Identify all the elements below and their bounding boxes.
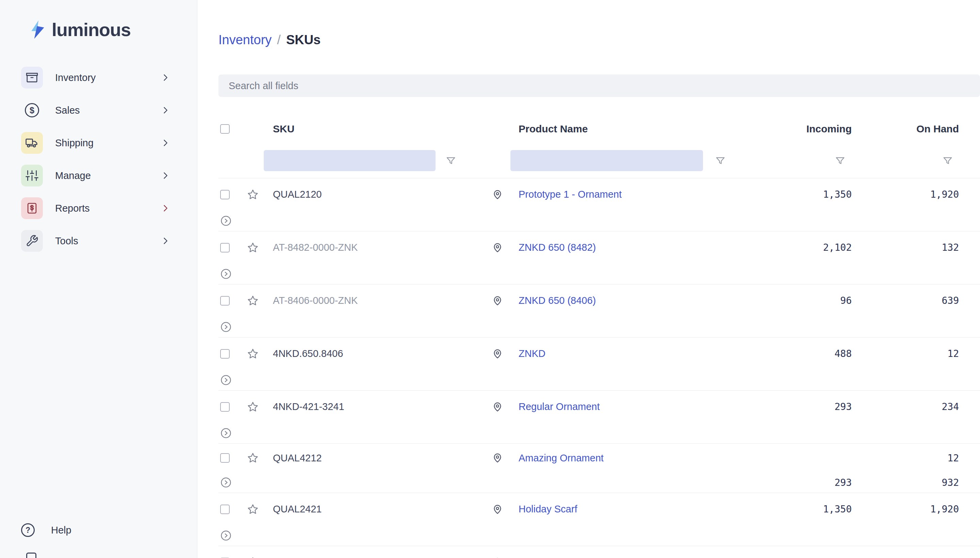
sku-cell: 4NKD.650.8406 bbox=[273, 348, 343, 359]
brand-logo-icon bbox=[29, 20, 46, 39]
sidebar-item-reports[interactable]: Reports bbox=[0, 192, 197, 225]
incoming-cell: 96 bbox=[760, 295, 873, 306]
sidebar-item-sales[interactable]: $ Sales bbox=[0, 94, 197, 126]
expand-row-icon[interactable] bbox=[220, 427, 232, 439]
onhand-cell: 12 bbox=[873, 453, 980, 464]
sku-filter-input[interactable] bbox=[264, 150, 435, 171]
onhand-cell: 132 bbox=[873, 556, 980, 558]
dollar-circle-icon: $ bbox=[21, 99, 43, 121]
star-icon[interactable] bbox=[247, 401, 259, 413]
expand-row-icon[interactable] bbox=[220, 530, 232, 541]
breadcrumb: Inventory / SKUs bbox=[218, 33, 980, 47]
product-link[interactable]: Regular Ornament bbox=[519, 401, 600, 412]
breadcrumb-separator: / bbox=[277, 33, 281, 47]
brand-logo[interactable]: luminous bbox=[0, 0, 197, 40]
star-icon[interactable] bbox=[247, 348, 259, 359]
sidebar-item-shipping[interactable]: Shipping bbox=[0, 126, 197, 159]
star-icon[interactable] bbox=[247, 556, 259, 558]
location-pin-icon bbox=[492, 295, 503, 306]
product-link[interactable]: ZNKD bbox=[519, 348, 545, 359]
sidebar-item-tools[interactable]: Tools bbox=[0, 225, 197, 257]
box-icon bbox=[21, 67, 43, 89]
row-checkbox[interactable] bbox=[220, 505, 230, 514]
location-pin-icon bbox=[492, 242, 503, 253]
sku-cell: AT-8406-0000-ZNK bbox=[273, 295, 358, 306]
sidebar-item-manage[interactable]: Manage bbox=[0, 159, 197, 192]
table-row: QUAL2421 Holiday Scarf 1,350 1,920 bbox=[218, 493, 980, 546]
product-name-filter-icon[interactable] bbox=[715, 156, 726, 166]
table-row: AT-8482-0000-ZNK ZNKD 650 (8482) 2,102 1… bbox=[218, 231, 980, 284]
onhand-cell: 1,920 bbox=[873, 189, 980, 200]
table-row: 4NKD-421-3241 Regular Ornament 293 234 bbox=[218, 391, 980, 444]
product-link[interactable]: Holiday Scarf bbox=[519, 504, 577, 514]
onhand-filter-icon[interactable] bbox=[942, 156, 953, 166]
expand-row-icon[interactable] bbox=[220, 374, 232, 386]
expand-row-icon[interactable] bbox=[220, 215, 232, 226]
incoming-cell: 2,102 bbox=[760, 242, 873, 253]
expand-row-icon[interactable] bbox=[220, 268, 232, 280]
product-link[interactable]: ZNKD 650 (8406) bbox=[519, 295, 596, 306]
product-link[interactable]: Holiday Wreath bbox=[519, 556, 586, 558]
select-all-checkbox[interactable] bbox=[220, 124, 230, 134]
sku-cell: 4NKD-421-3241 bbox=[273, 401, 345, 412]
star-icon[interactable] bbox=[247, 295, 259, 307]
sku-cell: AT-8482-4892-ZNK bbox=[273, 556, 358, 558]
location-pin-icon bbox=[492, 189, 503, 200]
star-icon[interactable] bbox=[247, 504, 259, 515]
table-header: SKU Product Name Incoming On Hand bbox=[218, 115, 980, 143]
row-checkbox[interactable] bbox=[220, 243, 230, 253]
sidebar-item-label: Sales bbox=[55, 105, 160, 116]
expand-row-icon[interactable] bbox=[220, 321, 232, 333]
column-header-on-hand[interactable]: On Hand bbox=[873, 123, 980, 135]
onhand-cell: 1,920 bbox=[873, 504, 980, 515]
search-input[interactable] bbox=[218, 74, 980, 97]
sidebar-item-label: Tools bbox=[55, 235, 160, 247]
row-checkbox[interactable] bbox=[220, 402, 230, 412]
product-link[interactable]: Prototype 1 - Ornament bbox=[519, 189, 622, 200]
row-checkbox[interactable] bbox=[220, 296, 230, 305]
row-checkbox[interactable] bbox=[220, 453, 230, 463]
sliders-icon bbox=[21, 165, 43, 187]
column-header-sku[interactable]: SKU bbox=[273, 123, 491, 135]
location-pin-icon bbox=[492, 348, 503, 359]
table-row: QUAL4212 Amazing Ornament 12 293 932 bbox=[218, 444, 980, 493]
main-content: Inventory / SKUs SKU Product Name Incomi… bbox=[197, 0, 980, 558]
sidebar-nav: Inventory $ Sales Shipping Manage Report… bbox=[0, 61, 197, 257]
sku-cell: QUAL2421 bbox=[273, 504, 322, 514]
incoming-cell: 2,102 bbox=[760, 556, 873, 558]
app-root: luminous Inventory $ Sales Shipping Mana… bbox=[0, 0, 980, 558]
column-header-incoming[interactable]: Incoming bbox=[760, 123, 873, 135]
onhand-cell: 132 bbox=[873, 242, 980, 253]
sidebar-item-label: Inventory bbox=[55, 72, 160, 84]
sub-onhand-cell: 932 bbox=[873, 477, 980, 488]
star-icon[interactable] bbox=[247, 189, 259, 200]
sidebar-item-label: Shipping bbox=[55, 138, 160, 149]
star-icon[interactable] bbox=[247, 242, 259, 253]
location-pin-icon bbox=[492, 453, 503, 463]
sku-filter-icon[interactable] bbox=[446, 156, 456, 166]
sidebar-item-help[interactable]: ? Help bbox=[0, 514, 197, 547]
product-link[interactable]: Amazing Ornament bbox=[519, 453, 604, 463]
location-pin-icon bbox=[492, 504, 503, 515]
product-link[interactable]: ZNKD 650 (8482) bbox=[519, 242, 596, 253]
column-header-product-name[interactable]: Product Name bbox=[519, 123, 760, 135]
search-bar bbox=[218, 74, 980, 97]
onhand-cell: 12 bbox=[873, 348, 980, 359]
incoming-filter-icon[interactable] bbox=[835, 156, 845, 166]
incoming-cell: 1,350 bbox=[760, 504, 873, 515]
row-checkbox[interactable] bbox=[220, 190, 230, 199]
chevron-right-icon bbox=[160, 171, 171, 181]
expand-row-icon[interactable] bbox=[220, 477, 232, 488]
chevron-right-icon bbox=[160, 236, 171, 246]
sidebar-item-label: Manage bbox=[55, 170, 160, 181]
table-filter-row bbox=[218, 143, 980, 178]
row-checkbox[interactable] bbox=[220, 349, 230, 359]
sku-cell: QUAL2120 bbox=[273, 189, 322, 200]
sku-cell: AT-8482-0000-ZNK bbox=[273, 242, 358, 253]
sidebar-item-inventory[interactable]: Inventory bbox=[0, 61, 197, 94]
onhand-cell: 234 bbox=[873, 401, 980, 412]
sidebar-bottom-partial-icon[interactable] bbox=[26, 553, 36, 558]
star-icon[interactable] bbox=[247, 452, 259, 464]
product-name-filter-input[interactable] bbox=[511, 150, 703, 171]
breadcrumb-inventory-link[interactable]: Inventory bbox=[218, 33, 272, 47]
